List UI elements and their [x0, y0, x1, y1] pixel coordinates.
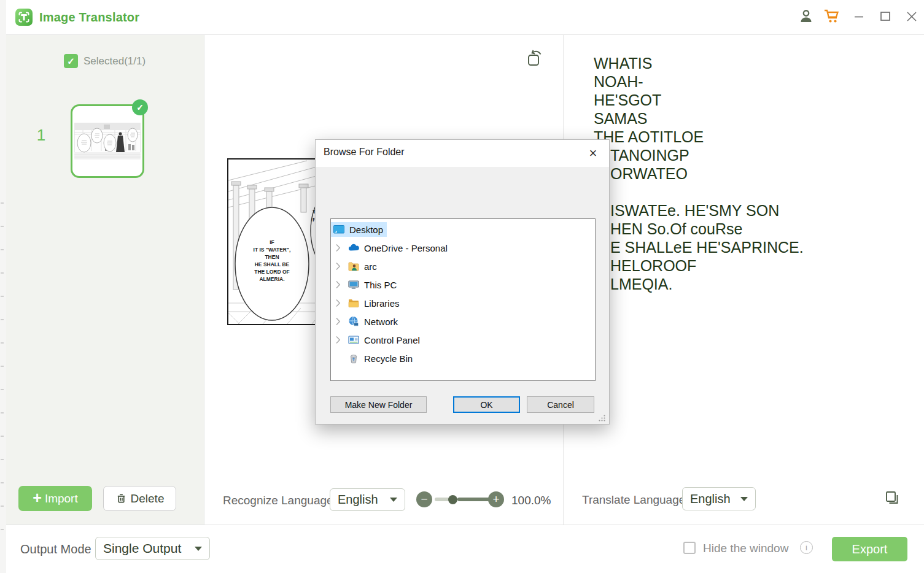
recognize-language-label: Recognize Language: [223, 494, 333, 507]
tree-item-label: This PC: [364, 280, 397, 290]
import-label: Import: [45, 492, 78, 506]
user-icon: [798, 9, 814, 25]
onedrive-icon: [347, 242, 360, 254]
bubble-line: THEN: [265, 254, 279, 260]
output-mode-select[interactable]: Single Output: [95, 537, 210, 560]
tree-item-recycle-bin[interactable]: Recycle Bin: [331, 349, 595, 367]
browse-for-folder-dialog: Browse For Folder × Desktop: [315, 139, 610, 425]
chevron-right-icon[interactable]: [336, 336, 342, 344]
tree-item-arc[interactable]: arc: [331, 257, 595, 275]
page-number: 1: [32, 126, 50, 145]
footer-bar: Output Mode Single Output Hide the windo…: [6, 525, 924, 573]
tree-item-control-panel[interactable]: Control Panel: [331, 331, 595, 349]
dialog-close-button[interactable]: ×: [583, 144, 603, 163]
translated-line: HEN So.Of couRse: [610, 220, 804, 238]
trash-icon: [115, 493, 127, 504]
minimize-icon: [853, 11, 864, 22]
zoom-slider-handle[interactable]: [448, 495, 457, 504]
translate-language-value: English: [690, 492, 731, 506]
chevron-right-icon[interactable]: [336, 299, 342, 307]
copy-icon: [883, 489, 901, 507]
rotate-icon: [524, 48, 545, 69]
thumbnail-image: [74, 123, 141, 160]
app-logo-icon: [15, 9, 33, 26]
hide-window-checkbox[interactable]: [683, 542, 696, 554]
bubble-line: ALMERIA.: [259, 276, 284, 282]
app-title: Image Translator: [39, 10, 139, 25]
translated-line: E SHALLeE HE'SAPRINCE.: [610, 238, 804, 256]
translated-line: ORWATEO: [610, 164, 804, 183]
import-button[interactable]: + Import: [18, 486, 92, 511]
translated-line: TANOINGP: [610, 146, 804, 164]
recognize-language-value: English: [338, 493, 378, 507]
translate-language-select[interactable]: English: [682, 487, 756, 510]
output-mode-value: Single Output: [103, 541, 181, 556]
output-mode-label: Output Mode: [20, 542, 91, 556]
translated-line: NOAH-: [594, 72, 804, 91]
chevron-right-icon[interactable]: [336, 244, 342, 252]
tree-item-libraries[interactable]: Libraries: [331, 294, 595, 312]
titlebar: Image Translator: [6, 0, 924, 35]
plus-icon: +: [492, 493, 499, 506]
tree-item-network[interactable]: Network: [331, 312, 595, 331]
control-panel-icon: [347, 334, 360, 346]
network-icon: [347, 315, 360, 328]
translated-line: [594, 183, 804, 201]
export-button[interactable]: Export: [832, 537, 907, 561]
translated-line: HE'SGOT: [594, 91, 804, 109]
tree-item-this-pc[interactable]: This PC: [331, 275, 595, 294]
selected-badge: ✓: [132, 99, 148, 115]
chevron-right-icon[interactable]: [336, 262, 342, 271]
screen: Image Translator: [0, 0, 924, 573]
plus-icon: +: [33, 490, 42, 506]
rotate-button[interactable]: [524, 48, 545, 69]
cancel-button[interactable]: Cancel: [527, 396, 594, 413]
maximize-button[interactable]: [876, 7, 895, 26]
tree-item-label: Network: [364, 317, 398, 327]
folder-tree: Desktop OneDrive - Personal: [330, 218, 596, 381]
tree-item-label: Control Panel: [364, 335, 420, 345]
ok-button[interactable]: OK: [453, 396, 520, 413]
close-icon: [906, 10, 918, 23]
make-new-folder-button[interactable]: Make New Folder: [330, 396, 427, 413]
chevron-right-icon[interactable]: [336, 317, 342, 326]
delete-button[interactable]: Delete: [103, 486, 176, 511]
selected-count-label: Selected(1/1): [83, 55, 146, 67]
page-thumbnail[interactable]: ✓: [71, 104, 144, 178]
tree-item-label: arc: [364, 261, 377, 272]
sidebar: ✓ Selected(1/1) 1: [6, 35, 204, 525]
zoom-out-button[interactable]: −: [416, 491, 432, 507]
close-button[interactable]: [903, 7, 921, 26]
translated-line: ISWATEe. HE'SMY SON: [610, 201, 804, 220]
background-window-sliver: [0, 0, 6, 573]
info-icon[interactable]: i: [800, 541, 813, 554]
translated-line: SAMAS: [594, 109, 804, 128]
tree-item-label: OneDrive - Personal: [364, 243, 448, 253]
zoom-slider-track[interactable]: [457, 498, 491, 501]
bubble-line: THE LORD OF: [254, 269, 290, 275]
translated-line: LMEQIA.: [610, 275, 804, 293]
tree-item-label: Libraries: [364, 298, 400, 309]
check-icon: ✓: [67, 56, 75, 67]
zoom-in-button[interactable]: +: [488, 491, 504, 507]
translated-line: WHATIS: [594, 54, 804, 72]
chevron-down-icon: [195, 547, 202, 551]
chevron-down-icon: [740, 497, 748, 501]
dialog-title: Browse For Folder: [324, 147, 405, 158]
recycle-bin-icon: [347, 352, 360, 364]
copy-button[interactable]: [883, 489, 901, 507]
minimize-button[interactable]: [850, 7, 868, 26]
account-button[interactable]: [797, 7, 815, 26]
recognize-language-select[interactable]: English: [330, 488, 405, 511]
select-all-checkbox[interactable]: ✓: [64, 54, 78, 68]
tree-item-label: Desktop: [349, 225, 383, 235]
cart-button[interactable]: [823, 7, 841, 26]
resize-grip[interactable]: [598, 414, 606, 422]
tree-item-onedrive[interactable]: OneDrive - Personal: [331, 239, 595, 257]
tree-item-desktop[interactable]: Desktop: [331, 220, 595, 239]
translated-line: HELOROOF: [610, 256, 804, 275]
maximize-icon: [879, 10, 891, 23]
translation-text-panel: WHATIS NOAH- HE'SGOT SAMAS THE AOTITLOE …: [594, 54, 804, 293]
chevron-right-icon[interactable]: [336, 280, 342, 289]
minus-icon: −: [421, 493, 427, 506]
